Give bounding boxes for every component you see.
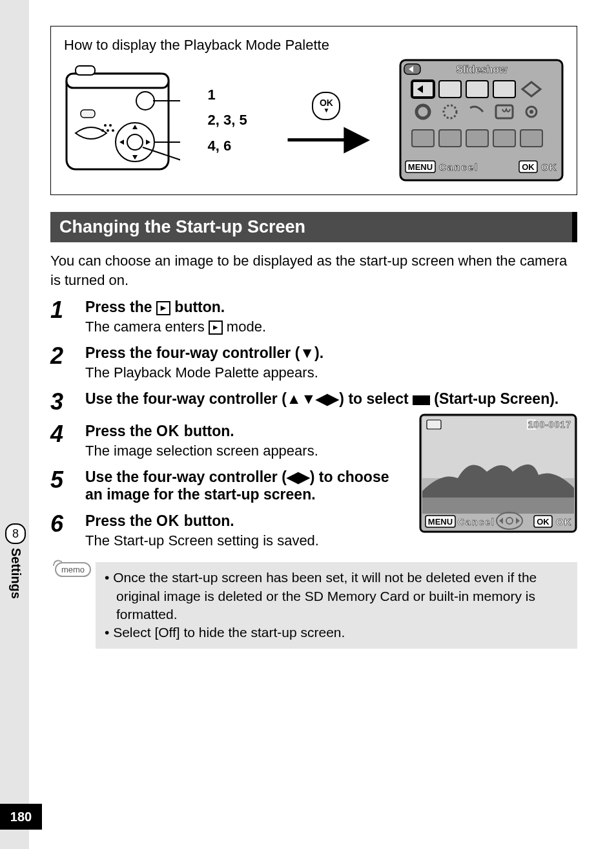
svg-rect-20 — [493, 81, 515, 98]
cancel-label: Cancel — [458, 517, 495, 527]
left-margin — [0, 0, 29, 849]
howto-frame: How to display the Playback Mode Palette — [50, 26, 577, 195]
step-1: 1 Press the ▸ button. The camera enters … — [50, 299, 577, 335]
camera-back-illustration — [64, 62, 180, 178]
step-desc: The Start-up Screen setting is saved. — [85, 532, 406, 549]
memo-bullet-1: • Once the start-up screen has been set,… — [105, 569, 568, 624]
ok-label: OK — [556, 516, 572, 527]
svg-rect-19 — [466, 81, 488, 98]
playback-icon: ▸ — [156, 301, 170, 315]
step-desc: The image selection screen appears. — [85, 443, 406, 459]
step-desc: The camera enters ▸ mode. — [85, 319, 577, 335]
step-heading: Press the ▸ button. — [85, 299, 577, 316]
step-6: 6 Press the OK button. The Start-up Scre… — [50, 512, 406, 549]
chapter-number: 8 — [5, 523, 26, 544]
ok-arrow-group: OK ▼ ——▶ — [287, 92, 365, 149]
memo-label: memo — [55, 562, 91, 577]
svg-rect-29 — [466, 130, 488, 147]
step-4: 4 Press the OK button. The image selecti… — [50, 423, 406, 459]
page-content: How to display the Playback Mode Palette — [50, 26, 577, 649]
page-number: 180 — [0, 804, 42, 830]
memo-block: memo • Once the start-up screen has been… — [50, 562, 577, 648]
playback-palette-screen: Slideshow — [399, 59, 564, 182]
intro-text: You can choose an image to be displayed … — [50, 251, 577, 289]
file-number: 100-0017 — [528, 419, 571, 430]
step-number: 3 — [50, 390, 85, 414]
step-5: 5 Use the four-way controller (◀▶) to ch… — [50, 468, 406, 503]
step-heading: Press the OK button. — [85, 512, 406, 530]
memo-text: • Once the start-up screen has been set,… — [96, 562, 577, 648]
svg-rect-31 — [520, 130, 542, 147]
ok-button-label: OK — [320, 98, 333, 107]
step-heading: Press the OK button. — [85, 423, 406, 440]
svg-point-11 — [112, 129, 114, 132]
svg-rect-27 — [412, 130, 434, 147]
step-desc: The Playback Mode Palette appears. — [85, 364, 577, 381]
step-3: 3 Use the four-way controller (▲▼◀▶) to … — [50, 390, 577, 414]
step-number: 4 — [50, 423, 85, 459]
svg-point-6 — [127, 134, 143, 150]
svg-rect-1 — [67, 74, 169, 88]
frame-title: How to display the Playback Mode Palette — [64, 37, 564, 54]
step-number: 5 — [50, 468, 85, 503]
manual-page: 180 8 Settings How to display the Playba… — [0, 0, 616, 849]
step-heading: Use the four-way controller (▲▼◀▶) to se… — [85, 390, 577, 408]
svg-rect-28 — [439, 130, 461, 147]
screen-title: Slideshow — [456, 64, 508, 75]
svg-rect-36 — [427, 420, 441, 429]
step-heading: Use the four-way controller (◀▶) to choo… — [85, 468, 406, 503]
memo-bullet-2: • Select [Off] to hide the start-up scre… — [105, 624, 568, 642]
ok-label: OK — [541, 162, 557, 173]
step-number: 2 — [50, 344, 85, 381]
ok-box-label: OK — [537, 517, 549, 527]
cancel-label: Cancel — [439, 162, 478, 173]
image-selection-screen: 100-0017 MENU Cancel OK OK — [419, 414, 577, 533]
step-number: 6 — [50, 512, 85, 549]
down-triangle-icon: ▼ — [323, 107, 329, 114]
step-heading: Press the four-way controller (▼). — [85, 344, 577, 362]
section-heading: Changing the Start-up Screen — [50, 212, 577, 242]
step-number: 1 — [50, 299, 85, 335]
svg-point-26 — [529, 110, 533, 114]
startup-screen-icon — [413, 395, 430, 405]
label-1: 1 — [208, 82, 247, 108]
ok-box-label: OK — [522, 162, 535, 172]
chapter-tab: 8 Settings — [5, 523, 26, 599]
svg-point-3 — [136, 92, 154, 110]
playback-icon: ▸ — [209, 320, 223, 335]
ok-button-icon: OK ▼ — [312, 92, 340, 120]
svg-point-9 — [101, 129, 104, 132]
svg-point-10 — [107, 129, 109, 132]
step-2: 2 Press the four-way controller (▼). The… — [50, 344, 577, 381]
svg-point-7 — [104, 124, 107, 127]
svg-rect-2 — [76, 66, 95, 75]
svg-rect-4 — [81, 110, 95, 118]
diagram-step-labels: 1 2, 3, 5 4, 6 — [208, 82, 247, 159]
menu-label: MENU — [408, 162, 433, 172]
right-arrow-icon: ——▶ — [287, 127, 365, 149]
svg-point-8 — [109, 124, 112, 127]
memo-icon: memo — [50, 562, 96, 577]
menu-label: MENU — [428, 517, 453, 527]
chapter-label: Settings — [8, 548, 23, 599]
svg-rect-30 — [493, 130, 515, 147]
svg-rect-18 — [439, 81, 461, 98]
label-235: 2, 3, 5 — [208, 107, 247, 133]
label-46: 4, 6 — [208, 133, 247, 159]
